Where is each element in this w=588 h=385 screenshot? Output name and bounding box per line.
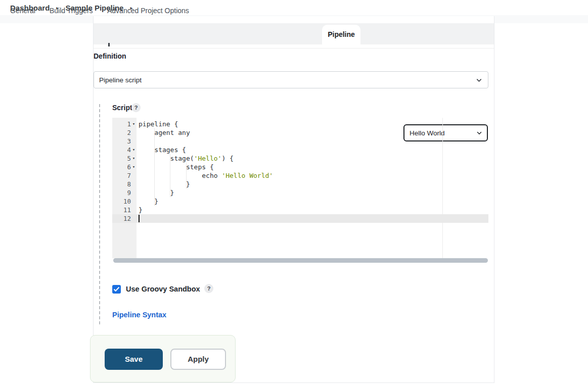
code-line-text[interactable]: stages { [137, 146, 488, 154]
indent-guide [170, 154, 170, 197]
definition-select-value: Pipeline script [99, 76, 475, 84]
code-editor[interactable]: 1▾pipeline {2 agent any34▾ stages {5▾ st… [112, 118, 488, 258]
config-tabbar [94, 23, 494, 44]
code-line[interactable]: 11} [112, 206, 488, 214]
fold-arrow-slot [131, 214, 137, 223]
section-indicator [99, 104, 100, 324]
use-groovy-sandbox-label[interactable]: Use Groovy Sandbox [126, 285, 200, 293]
line-number[interactable]: 3 [112, 137, 137, 146]
definition-label: Definition [94, 52, 126, 60]
code-line[interactable]: 10 } [112, 197, 488, 206]
help-icon[interactable]: ? [131, 103, 141, 112]
code-line-text[interactable]: steps { [137, 163, 488, 171]
tab-advanced-project-options[interactable]: Advanced Project Options [107, 0, 189, 21]
line-number[interactable]: 5▾ [112, 154, 137, 163]
line-number[interactable]: 9 [112, 188, 137, 197]
code-line-text[interactable]: stage('Hello') { [137, 154, 488, 163]
save-button[interactable]: Save [105, 349, 163, 370]
page: Dashboard Sample Pipeline General Build … [0, 0, 588, 385]
code-line-text[interactable]: echo 'Hello World' [137, 171, 488, 180]
code-line-text[interactable] [137, 137, 488, 146]
line-number[interactable]: 11 [112, 206, 137, 214]
code-line[interactable]: 1▾pipeline { [112, 120, 488, 128]
code-line-text[interactable]: agent any [137, 128, 488, 137]
tab-build-triggers[interactable]: Build Triggers [50, 0, 93, 21]
code-line[interactable]: 8 } [112, 180, 488, 188]
code-line-text[interactable] [137, 214, 488, 223]
fold-arrow-icon[interactable]: ▾ [131, 146, 137, 154]
code-line[interactable]: 12 [112, 214, 488, 223]
code-editor-rows[interactable]: 1▾pipeline {2 agent any34▾ stages {5▾ st… [112, 120, 488, 223]
indent-guide [186, 163, 187, 188]
fold-arrow-slot [131, 180, 137, 188]
code-line[interactable]: 5▾ stage('Hello') { [112, 154, 488, 163]
code-line[interactable]: 7 echo 'Hello World' [112, 171, 488, 180]
code-line-text[interactable]: pipeline { [137, 120, 488, 128]
code-line[interactable]: 9 } [112, 188, 488, 197]
fold-arrow-slot [131, 206, 137, 214]
line-number[interactable]: 4▾ [112, 146, 137, 154]
code-line[interactable]: 2 agent any [112, 128, 488, 137]
horizontal-scrollbar[interactable] [113, 258, 488, 263]
line-number[interactable]: 6▾ [112, 163, 137, 171]
code-line[interactable]: 4▾ stages { [112, 146, 488, 154]
line-number[interactable]: 10 [112, 197, 137, 206]
fold-arrow-slot [131, 188, 137, 197]
fold-arrow-slot [131, 137, 137, 146]
code-line-text[interactable]: } [137, 180, 488, 188]
code-line[interactable]: 6▾ steps { [112, 163, 488, 171]
line-number[interactable]: 8 [112, 180, 137, 188]
pipeline-syntax-link[interactable]: Pipeline Syntax [112, 311, 166, 319]
line-number[interactable]: 12 [112, 214, 137, 223]
tab-general[interactable]: General [10, 0, 35, 21]
text-cursor [139, 215, 140, 222]
line-number[interactable]: 2 [112, 128, 137, 137]
fold-arrow-icon[interactable]: ▾ [131, 154, 137, 163]
code-line-text[interactable]: } [137, 197, 488, 206]
code-line-text[interactable]: } [137, 188, 488, 197]
fold-arrow-icon[interactable]: ▾ [131, 163, 137, 171]
code-line[interactable]: 3 [112, 137, 488, 146]
fold-arrow-icon[interactable]: ▾ [131, 120, 137, 128]
clipped-section-heading [108, 43, 110, 46]
fold-arrow-slot [131, 171, 137, 180]
script-label: Script [112, 104, 132, 112]
checkmark-icon [113, 286, 120, 292]
use-groovy-sandbox-checkbox[interactable] [112, 285, 121, 294]
fold-arrow-slot [131, 128, 137, 137]
line-number[interactable]: 1▾ [112, 120, 137, 128]
apply-button[interactable]: Apply [170, 349, 226, 370]
definition-select[interactable]: Pipeline script [94, 71, 488, 88]
chevron-down-icon [475, 76, 483, 84]
code-line-text[interactable]: } [137, 206, 488, 214]
tab-pipeline[interactable]: Pipeline [322, 25, 360, 44]
indent-guide [154, 128, 155, 206]
help-icon[interactable]: ? [204, 284, 213, 293]
line-number[interactable]: 7 [112, 171, 137, 180]
fold-arrow-slot [131, 197, 137, 206]
section-divider [94, 48, 494, 49]
